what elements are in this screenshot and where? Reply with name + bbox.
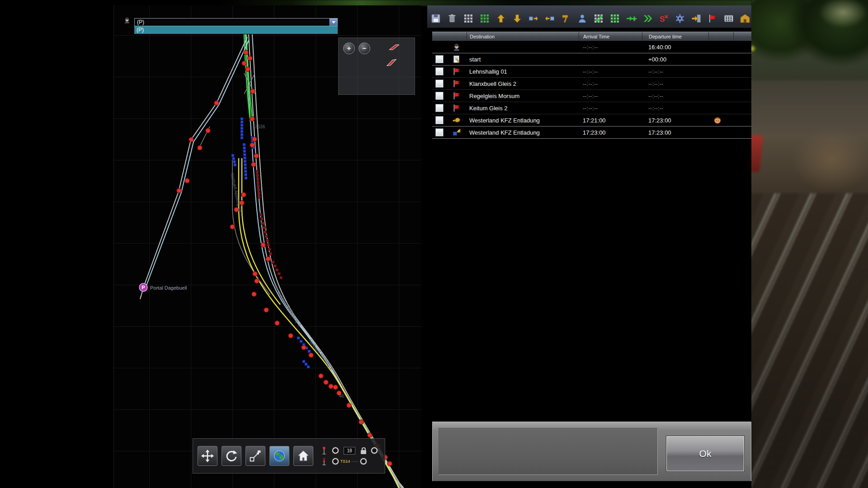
world-view-button[interactable] (269, 446, 289, 466)
zoom-out-button[interactable]: − (359, 42, 370, 54)
row-checkbox[interactable] (435, 80, 443, 88)
blue-signal-marker[interactable] (241, 127, 243, 130)
flag-button[interactable] (706, 12, 719, 25)
depot-button[interactable] (738, 12, 752, 25)
radio-button[interactable] (332, 447, 339, 454)
scenario-marker[interactable] (245, 67, 250, 71)
blue-signal-marker[interactable] (244, 163, 246, 166)
delete-button[interactable] (445, 12, 459, 25)
dropdown-option[interactable]: (P) (134, 26, 338, 34)
blue-signal-marker[interactable] (241, 124, 243, 127)
remove-service-button[interactable] (657, 12, 670, 25)
blue-signal-marker[interactable] (244, 167, 247, 169)
blue-signal-marker[interactable] (245, 177, 247, 179)
move-down-button[interactable] (510, 12, 524, 25)
row-checkbox[interactable] (435, 104, 443, 112)
scenario-marker[interactable] (230, 225, 235, 229)
table-row[interactable]: Regelgleis Morsum--:--:----:--:-- (432, 90, 751, 102)
red-signal-marker[interactable] (264, 230, 267, 233)
red-signal-marker[interactable] (280, 276, 283, 279)
red-signal-marker[interactable] (258, 196, 260, 198)
add-destination-button[interactable] (624, 12, 638, 25)
blue-signal-marker[interactable] (300, 340, 302, 343)
scenario-marker[interactable] (261, 243, 265, 247)
blue-signal-marker[interactable] (243, 143, 245, 146)
scenario-marker[interactable] (242, 61, 246, 66)
row-checkbox[interactable] (435, 67, 443, 75)
scenario-marker[interactable] (368, 433, 372, 437)
scenario-marker[interactable] (241, 192, 246, 197)
insert-before-button[interactable] (543, 12, 557, 25)
table-row[interactable]: Klanxbuell Gleis 2--:--:----:--:-- (432, 78, 751, 90)
table-row[interactable]: Keitum Gleis 2--:--:----:--:-- (432, 102, 751, 114)
red-signal-marker[interactable] (256, 174, 259, 177)
blue-signal-marker[interactable] (234, 164, 236, 166)
scenario-marker[interactable] (189, 137, 193, 142)
red-signal-marker[interactable] (260, 218, 263, 221)
red-signal-marker[interactable] (256, 170, 259, 173)
red-signal-marker[interactable] (266, 239, 269, 242)
grid-active-button[interactable] (478, 12, 491, 25)
scenario-marker[interactable] (309, 353, 313, 357)
scenario-marker[interactable] (248, 56, 252, 61)
blue-signal-marker[interactable] (241, 136, 243, 139)
scenario-marker[interactable] (251, 162, 256, 167)
scenario-marker[interactable] (250, 143, 255, 147)
scenario-marker[interactable] (185, 178, 189, 183)
row-checkbox[interactable] (435, 116, 443, 124)
link-tool-button[interactable] (245, 446, 265, 466)
blue-signal-marker[interactable] (241, 133, 243, 136)
scenario-marker[interactable] (254, 154, 259, 158)
scenario-marker[interactable] (329, 384, 333, 389)
table-row[interactable]: Westerland KFZ Entladung17:21:0017:23:00 (432, 114, 751, 127)
blue-signal-marker[interactable] (243, 153, 246, 156)
service-dropdown[interactable]: (P) (134, 18, 338, 26)
scenario-marker[interactable] (253, 272, 257, 276)
red-signal-marker[interactable] (267, 244, 270, 246)
verify-button[interactable] (592, 12, 605, 25)
table-row[interactable]: start+00:00 (432, 53, 751, 66)
home-view-button[interactable] (293, 446, 313, 466)
red-signal-marker[interactable] (259, 213, 262, 216)
scenario-marker[interactable] (252, 292, 256, 296)
blue-signal-marker[interactable] (233, 160, 236, 163)
red-signal-marker[interactable] (272, 261, 274, 263)
radio-button[interactable] (332, 458, 339, 465)
scenario-marker[interactable] (250, 89, 255, 94)
blue-signal-marker[interactable] (302, 360, 305, 363)
row-checkbox[interactable] (435, 128, 443, 136)
gradient-marker-icon[interactable] (388, 43, 400, 51)
scenario-marker[interactable] (252, 137, 257, 141)
scenario-marker[interactable] (347, 403, 351, 408)
scenario-marker[interactable] (387, 461, 392, 466)
scenario-marker[interactable] (250, 117, 255, 121)
blue-signal-marker[interactable] (241, 130, 243, 133)
service-settings-button[interactable] (673, 12, 687, 25)
red-signal-marker[interactable] (263, 226, 265, 229)
blue-signal-marker[interactable] (305, 363, 307, 366)
red-signal-marker[interactable] (257, 185, 259, 188)
scenario-marker[interactable] (206, 128, 210, 133)
column-departure-time[interactable]: Departure time (642, 32, 708, 41)
blue-signal-marker[interactable] (243, 150, 246, 153)
table-row[interactable]: --:--:--16:40:00 (432, 41, 751, 53)
table-row[interactable]: Lehnshallig 01--:--:----:--:-- (432, 66, 751, 78)
scenario-marker[interactable] (255, 279, 259, 283)
blue-signal-marker[interactable] (307, 366, 310, 368)
blue-signal-marker[interactable] (308, 350, 311, 353)
portal-button[interactable] (689, 12, 703, 25)
red-signal-marker[interactable] (269, 252, 272, 255)
column-arrival-time[interactable]: Arrival Time (579, 32, 642, 41)
scenario-marker[interactable] (319, 374, 323, 378)
driver-icon[interactable] (123, 16, 131, 24)
scenario-marker[interactable] (302, 345, 306, 350)
gradient-value[interactable]: 18 (344, 447, 355, 455)
driver-button[interactable] (576, 12, 589, 25)
scenario-marker[interactable] (266, 257, 270, 261)
blue-signal-marker[interactable] (244, 170, 247, 173)
blue-signal-marker[interactable] (231, 154, 234, 157)
scenario-marker[interactable] (214, 101, 219, 105)
column-destination[interactable]: Destination (467, 32, 579, 41)
row-checkbox[interactable] (435, 92, 443, 100)
scenario-marker[interactable] (324, 380, 328, 385)
